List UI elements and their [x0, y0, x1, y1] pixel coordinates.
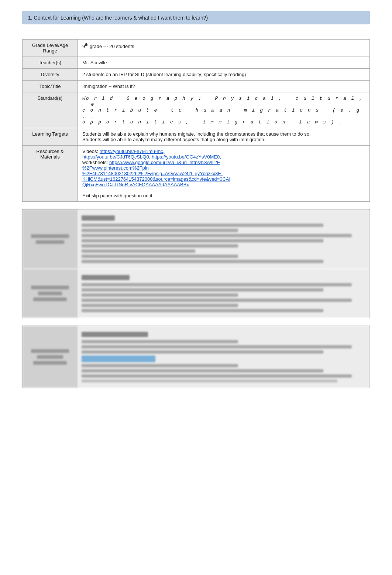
table-row: Topic/Title Immigration – What is it? [23, 81, 370, 92]
section-header: 1. Context for Learning (Who are the lea… [22, 11, 370, 24]
standards-text: Wo r l d G e o g r a p h y : P h y s i c… [82, 96, 363, 125]
blurred-label-1 [23, 210, 78, 269]
blurred-row-3 [22, 326, 370, 388]
value-learning-targets: Students will be able to explain why hum… [78, 128, 370, 146]
blurred-content-3 [78, 326, 369, 388]
blurred-row-2 [22, 269, 370, 318]
label-standards: Standard(s) [23, 92, 78, 128]
table-row: Standard(s) Wo r l d G e o g r a p h y :… [23, 92, 370, 128]
blurred-section-1 [22, 209, 370, 318]
label-learning-targets: Learning Targets [23, 128, 78, 146]
value-teacher: Mr. Scoville [78, 57, 370, 69]
label-diversity: Diversity [23, 69, 78, 81]
blurred-content-1 [78, 210, 369, 269]
link-video2[interactable]: https://youtu.be/CJdT6QcSbQ0, [82, 154, 150, 160]
blurred-label-3 [23, 326, 78, 388]
table-row: Grade Level/AgeRange 9th grade --- 20 st… [23, 40, 370, 57]
value-standards: Wo r l d G e o g r a p h y : P h y s i c… [78, 92, 370, 128]
blurred-label-2 [23, 269, 78, 318]
value-diversity: 2 students on an IEP for SLD (student le… [78, 69, 370, 81]
label-grade: Grade Level/AgeRange [23, 40, 78, 57]
table-row: Teacher(s) Mr. Scoville [23, 57, 370, 69]
link-video3[interactable]: https://youtu.be/GG4zYsV0ME0, [152, 154, 221, 160]
blurred-section-2 [22, 326, 370, 388]
blurred-content-2 [78, 269, 369, 318]
context-table: Grade Level/AgeRange 9th grade --- 20 st… [22, 39, 370, 202]
table-row: Learning Targets Students will be able t… [23, 128, 370, 146]
value-topic: Immigration – What is it? [78, 81, 370, 92]
value-grade: 9th grade --- 20 students [78, 40, 370, 57]
table-row: Resources &Materials Videos: https://you… [23, 146, 370, 202]
blurred-highlight [82, 355, 155, 362]
label-teacher: Teacher(s) [23, 57, 78, 69]
label-resources: Resources &Materials [23, 146, 78, 202]
link-video1[interactable]: https://youtu.be/Fe79i1mu-mc, [100, 149, 165, 154]
value-resources: Videos: https://youtu.be/Fe79i1mu-mc, ht… [78, 146, 370, 202]
link-worksheet[interactable]: https://www.google.com/url?sa=i&url=http… [82, 160, 230, 187]
table-row: Diversity 2 students on an IEP for SLD (… [23, 69, 370, 81]
label-topic: Topic/Title [23, 81, 78, 92]
